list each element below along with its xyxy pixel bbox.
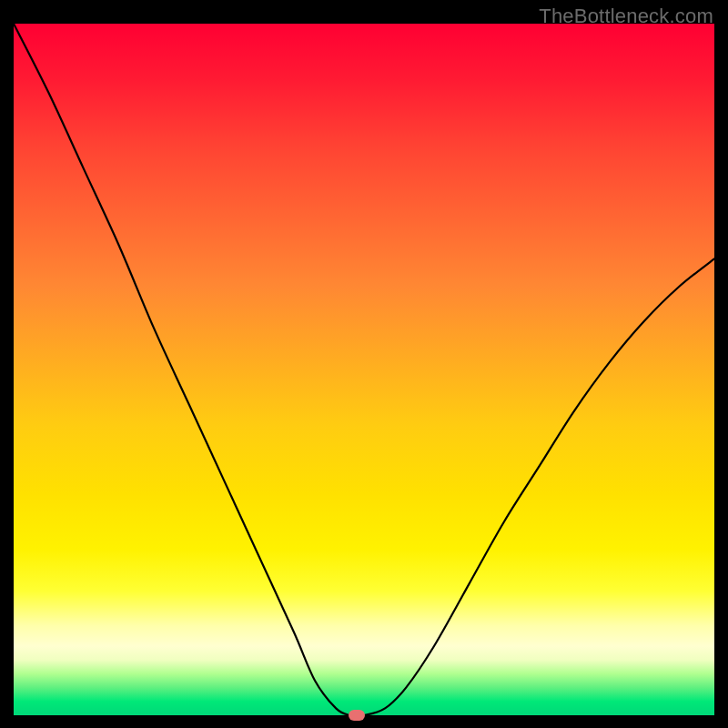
chart-line-series xyxy=(14,24,714,715)
chart-plot-area xyxy=(14,24,714,715)
chart-marker-dot xyxy=(349,710,365,721)
